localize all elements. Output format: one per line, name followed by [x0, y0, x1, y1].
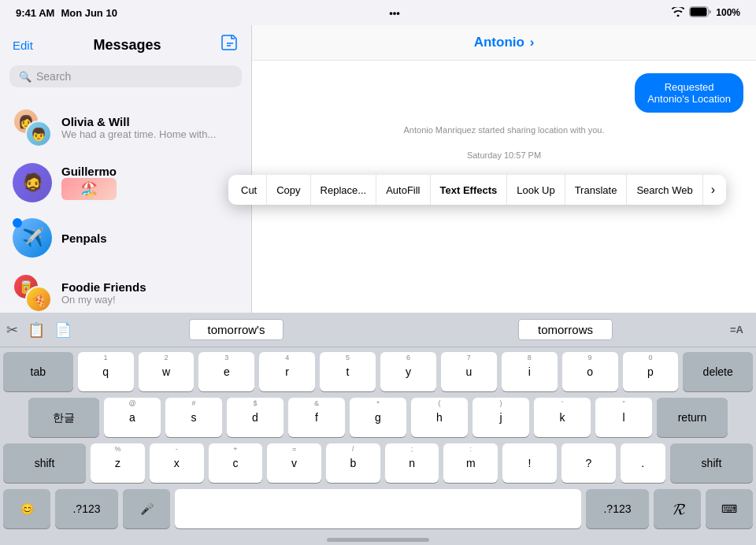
space-key[interactable]: [175, 489, 581, 528]
conversation-item-guillermo[interactable]: 🧔 Guillermo 🏖️: [0, 155, 251, 210]
key-z[interactable]: %z: [91, 443, 145, 483]
autocomplete-items: tomorrow's tomorrows: [72, 319, 730, 340]
replace-button[interactable]: Replace...: [311, 175, 377, 205]
emoji-key[interactable]: 😊: [3, 489, 50, 528]
translate-button[interactable]: Translate: [565, 175, 628, 205]
compose-button[interactable]: [221, 35, 239, 56]
key-n[interactable]: ;n: [385, 443, 439, 483]
autocomplete-bar: ✂ 📋 📄 tomorrow's tomorrows =A: [0, 313, 756, 347]
key-row-2: 한글 @a #s $d &f *g (h )j 'k "l return: [3, 398, 753, 437]
key-exclaim[interactable]: !: [502, 443, 557, 483]
tab-key[interactable]: tab: [3, 352, 73, 391]
conv-preview-foodie: On my way!: [61, 294, 239, 306]
autocomplete-suggestion-1[interactable]: tomorrow's: [189, 319, 284, 340]
conversation-item-penpals[interactable]: ✈️ Penpals: [0, 210, 251, 265]
conv-info-foodie: Foodie Friends On my way!: [61, 280, 239, 306]
format-icon[interactable]: =A: [730, 324, 743, 336]
status-time: 9:41 AM: [16, 7, 54, 19]
key-k[interactable]: 'k: [534, 398, 591, 437]
key-c[interactable]: +c: [209, 443, 263, 483]
guillermo-preview-img: 🏖️: [61, 178, 124, 202]
conv-preview-olivia-will: We had a great time. Home with...: [61, 128, 239, 140]
paste-tool-icon[interactable]: 📄: [54, 321, 72, 339]
hide-keyboard-key[interactable]: ⌨: [706, 489, 753, 528]
home-indicator: [0, 533, 756, 545]
wifi-icon: [672, 7, 684, 19]
cut-tool-icon[interactable]: ✂: [6, 321, 18, 339]
toolbar-more-button[interactable]: ›: [703, 175, 723, 205]
key-f[interactable]: &f: [288, 398, 345, 437]
return-key[interactable]: return: [657, 398, 728, 437]
messages-header: Edit Messages: [0, 25, 251, 65]
key-w[interactable]: 2w: [139, 352, 195, 391]
delete-key[interactable]: delete: [683, 352, 753, 391]
key-v[interactable]: =v: [267, 443, 321, 483]
unread-dot-penpals: [13, 218, 22, 228]
cut-button[interactable]: Cut: [232, 175, 267, 205]
search-bar-area: 🔍 Search: [0, 65, 251, 94]
key-d[interactable]: $d: [227, 398, 284, 437]
key-a[interactable]: @a: [104, 398, 161, 437]
conv-name-penpals: Penpals: [61, 232, 239, 245]
timestamp: Saturday 10:57 PM: [265, 150, 743, 160]
copy-button[interactable]: Copy: [267, 175, 310, 205]
conv-info-guillermo: Guillermo 🏖️: [61, 165, 239, 202]
keyboard-rows: tab 1q 2w 3e 4r 5t 6y 7u 8i 9o 0p delete…: [0, 347, 756, 533]
conversation-item-olivia-will[interactable]: 👩 👦 Olivia & Will We had a great time. H…: [0, 100, 251, 155]
location-line2: Antonio's Location: [647, 93, 731, 105]
num-sym-key-right[interactable]: .?123: [586, 489, 649, 528]
status-bar: 9:41 AM Mon Jun 10 ••• 100%: [0, 0, 756, 25]
mic-key[interactable]: 🎤: [123, 489, 170, 528]
key-m[interactable]: :m: [443, 443, 498, 483]
edit-button[interactable]: Edit: [13, 39, 33, 52]
key-b[interactable]: /b: [326, 443, 380, 483]
key-o[interactable]: 9o: [562, 352, 618, 391]
hangul-key[interactable]: 한글: [28, 398, 99, 437]
conv-name-foodie: Foodie Friends: [61, 280, 239, 294]
look-up-button[interactable]: Look Up: [507, 175, 565, 205]
search-icon: 🔍: [19, 71, 32, 83]
autofill-button[interactable]: AutoFill: [376, 175, 430, 205]
key-e[interactable]: 3e: [198, 352, 254, 391]
location-bubble-container: Requested Antonio's Location: [265, 73, 743, 113]
conv-name-guillermo: Guillermo: [61, 165, 239, 178]
copy-tool-icon[interactable]: 📋: [28, 321, 45, 339]
key-q[interactable]: 1q: [78, 352, 134, 391]
key-row-1: tab 1q 2w 3e 4r 5t 6y 7u 8i 9o 0p delete: [3, 352, 753, 391]
edit-toolbar: Cut Copy Replace... AutoFill Text Effect…: [228, 175, 726, 205]
home-indicator-bar: [327, 538, 429, 542]
key-y[interactable]: 6y: [380, 352, 436, 391]
key-period[interactable]: .: [621, 443, 665, 483]
key-h[interactable]: (h: [411, 398, 468, 437]
battery-icon: [689, 6, 711, 20]
right-shift-key[interactable]: shift: [670, 443, 753, 483]
key-p[interactable]: 0p: [623, 352, 679, 391]
key-i[interactable]: 8i: [502, 352, 558, 391]
key-t[interactable]: 5t: [320, 352, 376, 391]
messages-title: Messages: [93, 37, 161, 54]
search-placeholder[interactable]: Search: [36, 70, 71, 83]
svg-rect-1: [691, 7, 707, 16]
left-shift-key[interactable]: shift: [3, 443, 86, 483]
cursive-key[interactable]: 𝓡: [654, 489, 701, 528]
text-effects-button[interactable]: Text Effects: [431, 175, 508, 205]
key-r[interactable]: 4r: [259, 352, 315, 391]
conv-name-olivia-will: Olivia & Will: [61, 115, 239, 128]
key-s[interactable]: #s: [165, 398, 222, 437]
key-row-4: 😊 .?123 🎤 .?123 𝓡 ⌨: [3, 489, 753, 528]
conversation-header: Antonio ›: [252, 25, 756, 61]
key-l[interactable]: "l: [595, 398, 652, 437]
key-j[interactable]: )j: [472, 398, 529, 437]
num-sym-key-left[interactable]: .?123: [55, 489, 118, 528]
key-u[interactable]: 7u: [441, 352, 497, 391]
key-x[interactable]: -x: [150, 443, 204, 483]
key-question[interactable]: ?: [561, 443, 616, 483]
search-web-button[interactable]: Search Web: [627, 175, 702, 205]
dots-icon: •••: [389, 7, 400, 19]
avatar-penpals-container: ✈️: [13, 218, 52, 258]
autocomplete-suggestion-2[interactable]: tomorrows: [518, 319, 613, 340]
avatar-foodie: 🥫 🍕: [13, 273, 52, 313]
avatar-olivia-will: 👩 👦: [13, 108, 52, 147]
key-g[interactable]: *g: [350, 398, 406, 437]
contact-name[interactable]: Antonio ›: [474, 35, 535, 50]
